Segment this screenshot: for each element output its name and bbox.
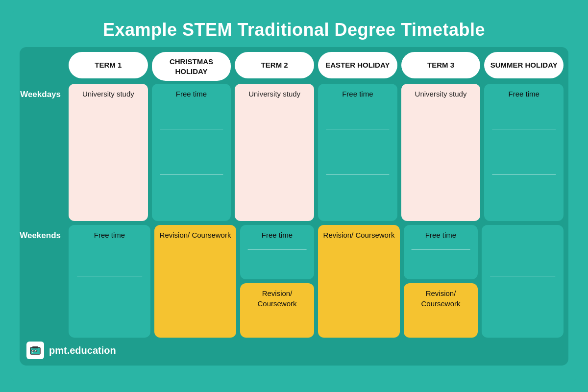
cell-we-easter: Revision/ Coursework [318,225,400,338]
header-christmas: CHRISTMAS HOLIDAY [152,52,231,81]
weekends-label: Weekends [24,225,65,338]
footer-logo-icon [26,342,44,359]
weekdays-row: Weekdays University study Free time Univ… [24,84,564,221]
header-term1: TERM 1 [69,52,148,78]
cell-we-term1: Free time [69,225,150,338]
svg-rect-2 [32,346,38,348]
weekdays-cells: University study Free time University st… [69,84,564,221]
cell-wd-summer: Free time [484,84,564,221]
cell-we-term3-bot: Revision/ Coursework [404,283,478,338]
cell-wd-easter: Free time [318,84,397,221]
cell-we-term3-top: Free time [404,225,478,279]
timetable-area: TERM 1 CHRISTMAS HOLIDAY TERM 2 EASTER H… [20,47,568,366]
cell-wd-term3: University study [401,84,481,221]
cell-we-christmas: Revision/ Coursework [154,225,236,338]
page-title: Example STEM Traditional Degree Timetabl… [20,15,568,47]
footer-text: pmt.education [49,345,116,356]
weekends-row: Weekends Free time Revision/ Coursework … [24,225,564,338]
cell-we-term2-top: Free time [240,225,314,279]
footer: pmt.education [24,338,564,359]
cell-we-term3-stack: Free time Revision/ Coursework [404,225,478,338]
cell-wd-christmas: Free time [152,84,231,221]
header-term3: TERM 3 [401,52,481,78]
header-term2: TERM 2 [235,52,314,78]
cell-we-term2-bot: Revision/ Coursework [240,283,314,338]
main-container: Example STEM Traditional Degree Timetabl… [10,10,578,382]
header-row: TERM 1 CHRISTMAS HOLIDAY TERM 2 EASTER H… [24,52,564,81]
content-area: Weekdays University study Free time Univ… [24,84,564,338]
header-easter: EASTER HOLIDAY [318,52,397,78]
weekends-cells: Free time Revision/ Coursework Free time… [69,225,564,338]
cell-we-term2-stack: Free time Revision/ Coursework [240,225,314,338]
cell-wd-term1: University study [69,84,148,221]
cell-we-summer [482,225,564,338]
weekdays-label: Weekdays [24,84,65,221]
cell-wd-term2: University study [235,84,314,221]
header-summer: SUMMER HOLIDAY [484,52,564,78]
